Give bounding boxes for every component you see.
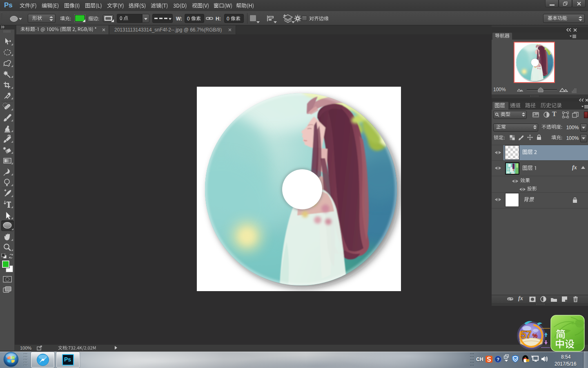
svg-text:%: %	[532, 332, 538, 339]
svg-text:?: ?	[497, 357, 499, 362]
svg-text:57: 57	[521, 329, 531, 340]
